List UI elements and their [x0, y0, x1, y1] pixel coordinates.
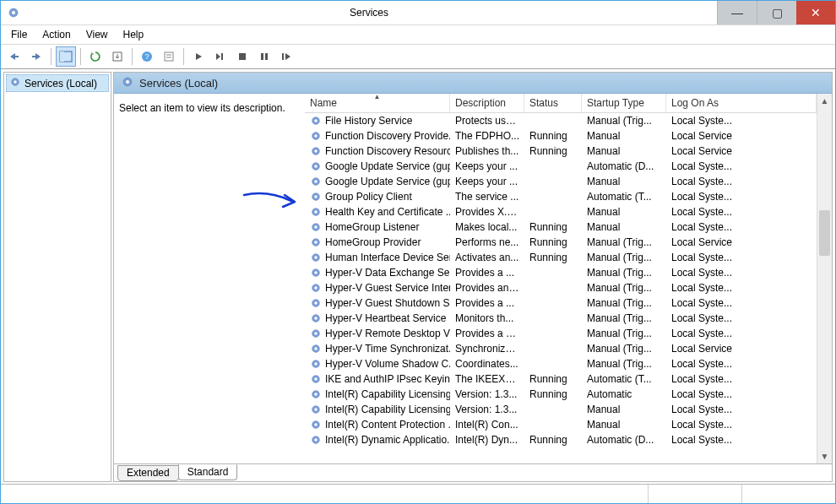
show-tree-button[interactable] — [56, 46, 76, 67]
scroll-up-icon[interactable]: ▲ — [817, 94, 832, 108]
menu-action[interactable]: Action — [35, 27, 77, 42]
toolbar-separator — [132, 48, 133, 65]
refresh-button[interactable] — [85, 46, 106, 67]
service-row[interactable]: HomeGroup ProviderPerforms ne...RunningM… — [305, 235, 817, 250]
service-desc-cell: Provides an ... — [450, 282, 524, 294]
svg-point-26 — [314, 149, 318, 153]
pause-service-button[interactable] — [254, 46, 274, 67]
service-row[interactable]: Hyper-V Heartbeat ServiceMonitors th...M… — [305, 311, 817, 326]
close-button[interactable]: ✕ — [796, 1, 835, 24]
service-desc-cell: Keeps your ... — [450, 176, 524, 187]
list-body[interactable]: File History ServiceProtects use...Manua… — [305, 113, 817, 464]
service-row[interactable]: Hyper-V Data Exchange Ser...Provides a .… — [305, 265, 817, 280]
service-list: ▲ Name Description Status Startup Type L… — [305, 94, 817, 463]
service-logon-cell: Local Syste... — [666, 373, 817, 385]
service-row[interactable]: Google Update Service (gup...Keeps your … — [305, 174, 817, 189]
tree-root-services-local[interactable]: Services (Local) — [6, 74, 109, 92]
stop-service-button[interactable] — [232, 46, 252, 67]
svg-point-38 — [314, 241, 318, 244]
service-startup-cell: Automatic (D... — [582, 434, 666, 446]
service-row[interactable]: Hyper-V Guest Shutdown S...Provides a ..… — [305, 295, 817, 311]
tab-standard[interactable]: Standard — [178, 464, 238, 480]
service-startup-cell: Manual — [582, 130, 666, 142]
pause-then-start-button[interactable] — [210, 46, 231, 67]
column-status[interactable]: Status — [524, 94, 582, 112]
menu-view[interactable]: View — [79, 27, 115, 42]
column-name[interactable]: ▲ Name — [305, 94, 450, 112]
service-startup-cell: Automatic (T... — [582, 373, 666, 385]
svg-point-64 — [314, 438, 318, 442]
menu-file[interactable]: File — [4, 27, 34, 42]
service-row[interactable]: Google Update Service (gup...Keeps your … — [305, 159, 817, 174]
restart-service-button[interactable] — [276, 46, 296, 67]
service-name-cell: HomeGroup Listener — [305, 221, 450, 233]
service-name-label: Intel(R) Dynamic Applicatio... — [325, 434, 450, 446]
column-startup[interactable]: Startup Type — [582, 94, 666, 112]
service-startup-cell: Manual (Trig... — [582, 267, 666, 279]
service-row[interactable]: Human Interface Device Ser...Activates a… — [305, 250, 817, 265]
service-row[interactable]: IKE and AuthIP IPsec Keying...The IKEEXT… — [305, 371, 817, 387]
service-row[interactable]: HomeGroup ListenerMakes local...RunningM… — [305, 219, 817, 235]
service-logon-cell: Local Service — [666, 236, 817, 248]
gear-icon — [310, 419, 322, 431]
service-row[interactable]: Group Policy ClientThe service ...Automa… — [305, 189, 817, 204]
service-row[interactable]: Hyper-V Guest Service Inter...Provides a… — [305, 280, 817, 295]
service-row[interactable]: File History ServiceProtects use...Manua… — [305, 113, 817, 128]
tab-extended[interactable]: Extended — [117, 465, 179, 481]
gear-icon — [310, 404, 322, 415]
service-name-cell: HomeGroup Provider — [305, 236, 450, 248]
service-desc-cell: Provides a ... — [450, 297, 524, 309]
nav-back-button[interactable] — [4, 46, 24, 67]
nav-forward-button[interactable] — [26, 46, 46, 67]
svg-point-22 — [314, 119, 318, 122]
list-area: ▲ Name Description Status Startup Type L… — [305, 94, 832, 463]
service-name-cell: Intel(R) Capability Licensing... — [305, 404, 450, 415]
vertical-scrollbar[interactable]: ▲ ▼ — [817, 94, 832, 463]
service-startup-cell: Manual (Trig... — [582, 328, 666, 339]
service-startup-cell: Manual — [582, 404, 666, 415]
properties-button[interactable] — [159, 46, 179, 67]
help-button[interactable]: ? — [137, 46, 157, 67]
service-desc-cell: Keeps your ... — [450, 160, 524, 172]
svg-point-50 — [314, 332, 318, 335]
content-pane: Services (Local) Select an item to view … — [113, 72, 833, 482]
tree-root-label: Services (Local) — [24, 78, 97, 89]
service-row[interactable]: Health Key and Certificate ...Provides X… — [305, 204, 817, 219]
service-logon-cell: Local Syste... — [666, 297, 817, 309]
scroll-thumb[interactable] — [819, 210, 830, 256]
service-row[interactable]: Intel(R) Dynamic Applicatio...Intel(R) D… — [305, 432, 817, 447]
service-row[interactable]: Function Discovery Resourc...Publishes t… — [305, 144, 817, 159]
svg-point-24 — [314, 134, 318, 138]
gear-icon — [310, 312, 322, 324]
service-row[interactable]: Hyper-V Remote Desktop Vi...Provides a p… — [305, 326, 817, 341]
service-desc-cell: Activates an... — [450, 252, 524, 263]
view-tabs: Extended Standard — [114, 463, 832, 481]
service-logon-cell: Local Syste... — [666, 404, 817, 415]
minimize-button[interactable]: — — [717, 1, 757, 24]
service-row[interactable]: Intel(R) Capability Licensing...Version:… — [305, 387, 817, 402]
start-service-button[interactable] — [188, 46, 209, 67]
svg-text:?: ? — [144, 52, 149, 61]
column-description[interactable]: Description — [450, 94, 524, 112]
service-row[interactable]: Hyper-V Time Synchronizat...Synchronize.… — [305, 341, 817, 356]
service-startup-cell: Automatic — [582, 388, 666, 400]
service-status-cell: Running — [524, 130, 582, 142]
service-name-label: Intel(R) Content Protection ... — [325, 419, 450, 431]
service-row[interactable]: Hyper-V Volume Shadow C...Coordinates...… — [305, 356, 817, 371]
service-name-label: IKE and AuthIP IPsec Keying... — [325, 373, 450, 385]
service-row[interactable]: Function Discovery Provide...The FDPHO..… — [305, 128, 817, 144]
service-status-cell: Running — [524, 236, 582, 248]
service-logon-cell: Local Syste... — [666, 160, 817, 172]
gear-icon — [310, 328, 322, 339]
column-logon[interactable]: Log On As — [666, 94, 817, 112]
export-list-button[interactable] — [107, 46, 128, 67]
service-name-label: HomeGroup Provider — [325, 236, 421, 248]
scroll-down-icon[interactable]: ▼ — [817, 449, 832, 463]
service-name-label: Group Policy Client — [325, 191, 412, 203]
service-row[interactable]: Intel(R) Content Protection ...Intel(R) … — [305, 417, 817, 432]
service-row[interactable]: Intel(R) Capability Licensing...Version:… — [305, 402, 817, 417]
service-name-cell: Human Interface Device Ser... — [305, 252, 450, 263]
service-startup-cell: Manual — [582, 419, 666, 431]
maximize-button[interactable]: ▢ — [757, 1, 796, 24]
menu-help[interactable]: Help — [117, 27, 151, 42]
